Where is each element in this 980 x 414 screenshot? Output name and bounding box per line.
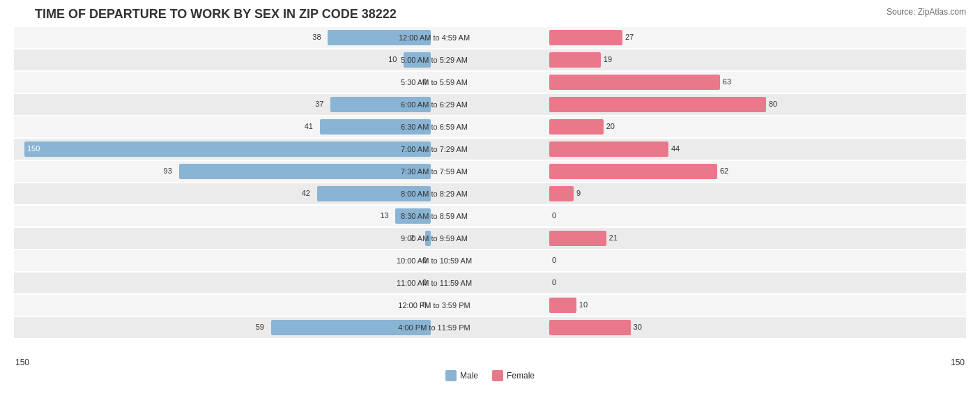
male-value: 59 bbox=[256, 323, 264, 331]
row-label: 12:00 AM to 4:59 AM bbox=[378, 33, 490, 42]
female-legend-box bbox=[492, 370, 503, 381]
male-value: 42 bbox=[302, 189, 310, 197]
female-value: 21 bbox=[609, 233, 618, 242]
chart-row: 11:00 AM to 11:59 AM00 bbox=[14, 273, 966, 293]
chart-row: 12:00 PM to 3:59 PM010 bbox=[14, 295, 966, 316]
male-value: 38 bbox=[312, 33, 321, 41]
chart-row: 6:00 AM to 6:29 AM3780 bbox=[14, 94, 966, 115]
axis-left-label: 150 bbox=[15, 358, 29, 367]
female-bar bbox=[549, 141, 668, 157]
chart-row: 7:30 AM to 7:59 AM9362 bbox=[14, 161, 966, 182]
female-bar bbox=[549, 186, 574, 201]
female-bar bbox=[549, 119, 604, 135]
female-bar bbox=[549, 164, 717, 179]
male-value: 150 bbox=[27, 144, 40, 153]
legend-female: Female bbox=[492, 370, 535, 381]
chart-row: 5:30 AM to 5:59 AM063 bbox=[14, 72, 966, 93]
row-label: 11:00 AM to 11:59 AM bbox=[378, 279, 490, 287]
chart-container: TIME OF DEPARTURE TO WORK BY SEX IN ZIP … bbox=[0, 0, 980, 414]
legend: Male Female bbox=[14, 370, 966, 381]
chart-row: 5:00 AM to 5:29 AM1019 bbox=[14, 49, 966, 70]
female-value: 20 bbox=[606, 122, 615, 130]
axis-right-label: 150 bbox=[951, 358, 965, 367]
row-label: 5:00 AM to 5:29 AM bbox=[378, 56, 490, 64]
legend-male: Male bbox=[445, 370, 478, 381]
female-value: 30 bbox=[634, 323, 642, 331]
female-value: 62 bbox=[720, 167, 728, 175]
male-value: 41 bbox=[305, 122, 313, 130]
row-label: 5:30 AM to 5:59 AM bbox=[378, 78, 490, 86]
row-label: 7:30 AM to 7:59 AM bbox=[378, 167, 490, 176]
chart-row: 4:00 PM to 11:59 PM5930 bbox=[14, 317, 966, 338]
row-label: 7:00 AM to 7:29 AM bbox=[378, 145, 490, 153]
male-bar bbox=[24, 141, 431, 157]
male-value: 37 bbox=[315, 100, 323, 108]
female-value: 0 bbox=[552, 211, 556, 220]
female-value: 0 bbox=[552, 256, 556, 264]
male-legend-box bbox=[445, 370, 457, 381]
female-bar bbox=[549, 52, 601, 68]
female-value: 63 bbox=[723, 77, 731, 86]
female-value: 10 bbox=[579, 300, 588, 309]
female-bar bbox=[549, 30, 622, 45]
female-bar bbox=[549, 75, 720, 90]
chart-row: 6:30 AM to 6:59 AM4120 bbox=[14, 116, 966, 137]
chart-title: TIME OF DEPARTURE TO WORK BY SEX IN ZIP … bbox=[14, 7, 966, 22]
female-bar bbox=[549, 97, 766, 112]
female-bar bbox=[549, 298, 576, 313]
female-value: 0 bbox=[552, 278, 556, 286]
source-label: Source: ZipAtlas.com bbox=[887, 7, 966, 17]
female-value: 80 bbox=[769, 100, 777, 108]
row-label: 8:00 AM to 8:29 AM bbox=[378, 190, 490, 198]
male-legend-label: Male bbox=[460, 371, 478, 381]
female-value: 9 bbox=[576, 189, 581, 197]
chart-row: 10:00 AM to 10:59 AM00 bbox=[14, 250, 966, 271]
row-label: 8:30 AM to 8:59 AM bbox=[378, 212, 490, 220]
row-label: 4:00 PM to 11:59 PM bbox=[378, 323, 490, 332]
chart-row: 12:00 AM to 4:59 AM3827 bbox=[14, 27, 966, 48]
row-label: 12:00 PM to 3:59 PM bbox=[378, 301, 490, 309]
female-value: 27 bbox=[625, 33, 634, 41]
chart-row: 8:30 AM to 8:59 AM130 bbox=[14, 206, 966, 227]
chart-row: 8:00 AM to 8:29 AM429 bbox=[14, 183, 966, 204]
female-legend-label: Female bbox=[507, 371, 535, 381]
bottom-axis: 150 150 bbox=[14, 358, 966, 367]
chart-row: 9:00 AM to 9:59 AM221 bbox=[14, 228, 966, 249]
row-label: 10:00 AM to 10:59 AM bbox=[378, 256, 490, 265]
row-label: 6:00 AM to 6:29 AM bbox=[378, 100, 490, 109]
row-label: 6:30 AM to 6:59 AM bbox=[378, 123, 490, 131]
female-bar bbox=[549, 320, 631, 335]
female-bar bbox=[549, 231, 606, 246]
female-value: 19 bbox=[604, 55, 612, 63]
male-value: 93 bbox=[164, 167, 172, 175]
row-label: 9:00 AM to 9:59 AM bbox=[378, 234, 490, 243]
chart-area: 12:00 AM to 4:59 AM38275:00 AM to 5:29 A… bbox=[14, 27, 966, 358]
female-value: 44 bbox=[671, 144, 680, 153]
chart-row: 7:00 AM to 7:29 AM15044 bbox=[14, 139, 966, 160]
